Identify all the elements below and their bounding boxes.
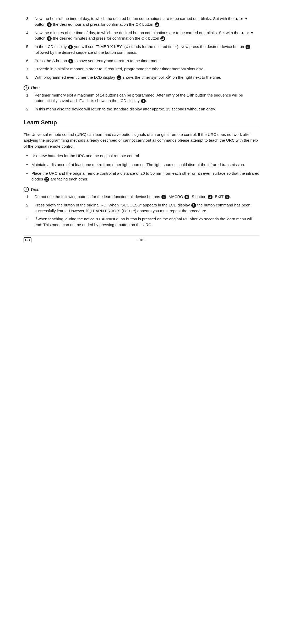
section-divider	[24, 128, 259, 128]
item-content-5: In the LCD display 1 you will see "TIMER…	[35, 44, 259, 55]
item-content-4: Now the minutes of the time of day, to w…	[35, 30, 259, 41]
circle-8: 8	[184, 195, 189, 199]
info-icon-1: i	[24, 85, 29, 91]
learn-setup-section: Learn Setup The Universal remote control…	[24, 118, 259, 228]
list-item-7: 7. Procede in a similar manner in order …	[24, 66, 259, 72]
circle-3a: 3	[246, 45, 250, 49]
circle-18b: 18	[160, 36, 165, 41]
item-content-6: Press the S button 4 to save your entry …	[35, 58, 259, 64]
learn-setup-body: The Universal remote control (URC) can l…	[24, 132, 259, 150]
list-item-8: 8. With programmed event timer the LCD d…	[24, 74, 259, 80]
tips-content-2-3: If when teaching, during the notice "LEA…	[35, 216, 259, 228]
circle-4a: 4	[68, 59, 73, 63]
tips-num-2-3: 3.	[26, 216, 35, 228]
tips-content-2-2: Press briefly the button of the original…	[35, 202, 259, 214]
tips-label-1: Tips:	[30, 85, 40, 91]
tips-item-1-2: 2. In this menu also the device will ret…	[24, 106, 259, 112]
tips-label-2: Tips:	[30, 187, 40, 192]
item-num-5: 5.	[26, 44, 35, 55]
bullet-dot-1: •	[26, 153, 31, 159]
down-arrow-icon-2: ▼	[250, 30, 254, 35]
tips-num-2-1: 1.	[26, 194, 35, 200]
circle-6: 6	[225, 195, 230, 199]
tips-list-2: 1. Do not use the following buttons for …	[24, 194, 259, 228]
tips-header-1: i Tips:	[24, 85, 259, 91]
item-content-3: Now the hour of the time of day, to whic…	[35, 16, 259, 27]
item-num-4: 4.	[26, 30, 35, 41]
bullet-content-1: Use new batteries for the URC and the or…	[31, 153, 259, 159]
circle-20: 20	[44, 177, 49, 182]
item-num-7: 7.	[26, 66, 35, 72]
list-item-6: 6. Press the S button 4 to save your ent…	[24, 58, 259, 64]
tips-item-2-1: 1. Do not use the following buttons for …	[24, 194, 259, 200]
circle-4b: 4	[208, 195, 213, 199]
circle-1a: 1	[68, 45, 73, 49]
item-num-6: 6.	[26, 58, 35, 64]
learn-setup-title: Learn Setup	[24, 118, 259, 127]
circle-18: 18	[155, 22, 159, 27]
top-numbered-list: 3. Now the hour of the time of day, to w…	[24, 16, 259, 80]
bullet-item-2: • Maintain a distance of at least one me…	[24, 162, 259, 168]
bullet-dot-2: •	[26, 162, 31, 168]
item-content-7: Procede in a similar manner in order to,…	[35, 66, 259, 72]
tips-item-2-3: 3. If when teaching, during the notice "…	[24, 216, 259, 228]
bullet-content-3: Place the URC and the original remote co…	[31, 171, 259, 182]
list-item-4: 4. Now the minutes of the time of day, t…	[24, 30, 259, 41]
item-num-3: 3.	[26, 16, 35, 27]
gb-label: GB	[24, 237, 31, 243]
tips-item-1-1: 1. Per timer memory slot a maximum of 14…	[24, 92, 259, 104]
page-footer: GB - 18 -	[24, 236, 259, 243]
page-number: - 18 -	[137, 238, 145, 243]
circle-1d: 1	[191, 203, 196, 208]
tips-header-2: i Tips:	[24, 187, 259, 192]
tips-content-1-2: In this menu also the device will return…	[35, 106, 259, 112]
tips-list-1: 1. Per timer memory slot a maximum of 14…	[24, 92, 259, 112]
info-icon-2: i	[24, 187, 29, 192]
item-num-8: 8.	[26, 74, 35, 80]
tips-section-2: i Tips: 1. Do not use the following butt…	[24, 187, 259, 228]
up-arrow-icon-2: ▲	[241, 30, 244, 35]
learn-setup-bullets: • Use new batteries for the URC and the …	[24, 153, 259, 182]
list-item-3: 3. Now the hour of the time of day, to w…	[24, 16, 259, 27]
tips-section-1: i Tips: 1. Per timer memory slot a maxim…	[24, 85, 259, 112]
tips-num-1-2: 2.	[26, 106, 35, 112]
circle-5: 5	[47, 22, 52, 27]
tips-content-2-1: Do not use the following buttons for the…	[35, 194, 259, 200]
bullet-dot-3: •	[26, 171, 31, 182]
circle-1b: 1	[117, 75, 121, 80]
tips-content-1-1: Per timer memory slot a maximum of 14 bu…	[35, 92, 259, 104]
bullet-item-3: • Place the URC and the original remote …	[24, 171, 259, 182]
circle-5b: 5	[47, 36, 52, 41]
item-content-8: With programmed event timer the LCD disp…	[35, 74, 259, 80]
list-item-5: 5. In the LCD display 1 you will see "TI…	[24, 44, 259, 55]
tips-num-2-2: 2.	[26, 202, 35, 214]
bullet-item-1: • Use new batteries for the URC and the …	[24, 153, 259, 159]
tips-num-1-1: 1.	[26, 92, 35, 104]
up-arrow-icon: ▲	[235, 16, 238, 21]
bullet-content-2: Maintain a distance of at least one metr…	[31, 162, 259, 168]
circle-3b: 3	[161, 195, 166, 199]
tips-item-2-2: 2. Press briefly the button of the origi…	[24, 202, 259, 214]
down-arrow-icon: ▼	[244, 16, 248, 21]
circle-1c: 1	[141, 99, 146, 103]
